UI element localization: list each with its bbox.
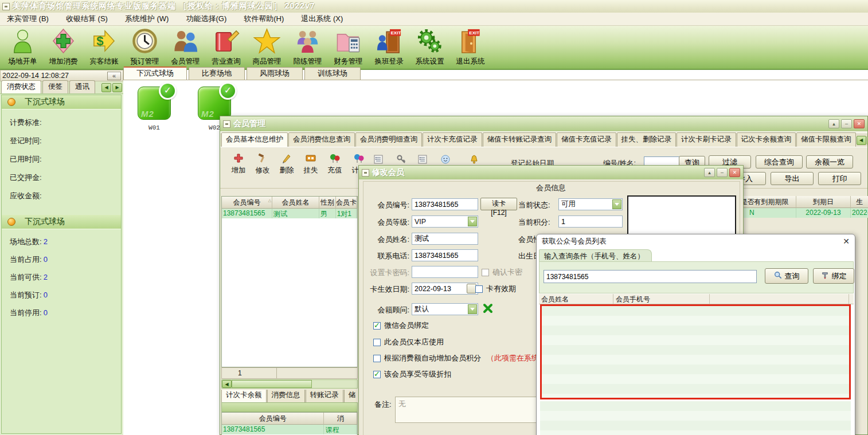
sidebar-tabs-left-icon[interactable]: ◀	[101, 83, 111, 92]
chevron-down-icon[interactable]	[468, 217, 477, 226]
close-icon[interactable]: ✕	[729, 168, 740, 177]
card-password-input[interactable]	[412, 266, 478, 278]
toolbar-shift-login-button[interactable]: EXIT 换班登录	[369, 26, 409, 69]
key-icon[interactable]	[396, 154, 406, 164]
advisor-dropdown[interactable]: 默认	[412, 303, 478, 315]
sidebar-tabs-right-icon[interactable]: ▶	[112, 83, 122, 92]
subtab-count-card-balance[interactable]: 计次卡余额	[221, 390, 267, 402]
list-icon[interactable]	[373, 154, 384, 164]
menu-maintenance[interactable]: 系统维护 (W)	[125, 14, 169, 24]
col-member-no[interactable]: 会员编号	[222, 197, 272, 209]
count-card-balance-table[interactable]: 会员编号 消 13873481565 课程	[221, 412, 358, 435]
auto-points-checkbox[interactable]: 根据消费额自动增加会员积分 （此项需在系统设置	[373, 353, 554, 363]
sidebar-tab-notes[interactable]: 便签	[42, 80, 68, 93]
checkbox-icon[interactable]	[373, 355, 381, 362]
toolbar-system-settings-button[interactable]: 系统设置	[409, 26, 450, 69]
menu-exit[interactable]: 退出系统 (X)	[301, 14, 343, 24]
name-input[interactable]	[412, 233, 478, 245]
minimize-icon[interactable]: ▴	[828, 119, 839, 128]
phone-input[interactable]	[412, 249, 478, 261]
member-window-titlebar[interactable]: 会员管理 ▴ – ✕	[220, 116, 867, 131]
tab-member-consume-query[interactable]: 会员消费信息查询	[288, 132, 355, 147]
col-member-no[interactable]: 会员编号	[222, 413, 324, 425]
checkbox-icon[interactable]	[482, 269, 489, 276]
checkbox-icon[interactable]	[475, 285, 483, 293]
toolbar-venue-open-order-button[interactable]: 场地开单	[2, 26, 43, 69]
restore-icon[interactable]: –	[717, 168, 728, 177]
toolbar-booking-button[interactable]: 预订管理	[124, 26, 165, 69]
status-dropdown[interactable]: 可用	[558, 198, 623, 210]
confirm-password-checkbox[interactable]: 确认卡密	[482, 267, 522, 277]
wechat-bind-checkbox[interactable]: 微信会员绑定	[373, 320, 429, 331]
subtab-consume-info[interactable]: 消费信息	[267, 390, 305, 402]
checkbox-checked-icon[interactable]	[373, 322, 381, 330]
tab-scroll-left-icon[interactable]: ◀	[857, 136, 866, 145]
level-discount-checkbox[interactable]: 该会员享受等级折扣	[373, 369, 451, 379]
scroll-left-icon[interactable]: ◀	[222, 380, 232, 388]
horizontal-scrollbar[interactable]: ◀	[221, 379, 358, 389]
tab-count-card-swipe[interactable]: 计次卡刷卡记录	[677, 132, 736, 147]
col-consume[interactable]: 消	[324, 413, 357, 425]
venue-tab-sunken-court[interactable]: 下沉式球场	[123, 66, 187, 80]
scrollbar-thumb[interactable]	[232, 380, 312, 388]
balance-row[interactable]: 13873481565 课程	[222, 425, 357, 434]
menu-cashier[interactable]: 收银结算 (S)	[66, 14, 108, 24]
close-icon[interactable]: ✕	[843, 237, 850, 245]
tab-stored-card-recharge[interactable]: 储值卡充值记录	[557, 132, 616, 147]
wechat-query-button[interactable]: 查询	[765, 268, 808, 284]
tab-count-card-recharge[interactable]: 计次卡充值记录	[423, 132, 482, 147]
subtab-transfer-records[interactable]: 转账记录	[306, 390, 343, 402]
menu-help[interactable]: 软件帮助(H)	[244, 14, 284, 24]
balance-list-button[interactable]: 余额一览	[806, 155, 853, 168]
member-row-selected[interactable]: 13873481565 测试 男 1对1	[222, 209, 357, 218]
bell-icon[interactable]	[469, 154, 479, 164]
toolbar-guest-checkout-button[interactable]: $ 宾客结账	[84, 26, 124, 69]
wechat-search-input[interactable]	[544, 270, 757, 283]
list-icon[interactable]	[417, 154, 428, 164]
delete-member-button[interactable]: 删除	[274, 152, 299, 175]
tab-stored-card-limit[interactable]: 储值卡限额查询	[796, 132, 856, 147]
col-expiry-date[interactable]: 到期日	[796, 196, 851, 208]
restore-icon[interactable]: –	[841, 119, 852, 128]
chevron-down-icon[interactable]	[612, 199, 621, 209]
toolbar-member-mgmt-button[interactable]: 会员管理	[165, 26, 206, 69]
tab-stored-card-transfer[interactable]: 储值卡转账记录查询	[483, 132, 557, 147]
toolbar-exit-system-button[interactable]: EXIT 退出系统	[450, 26, 491, 69]
chevron-down-icon[interactable]	[468, 304, 477, 314]
tab-loss-delete-records[interactable]: 挂失、删除记录	[617, 132, 677, 147]
venue-tab-competition[interactable]: 比赛场地	[189, 67, 245, 80]
col-gender[interactable]: 性别	[319, 197, 336, 209]
wechat-dialog-titlebar[interactable]: 获取公众号会员列表 ✕	[537, 234, 855, 248]
toolbar-trainer-mgmt-button[interactable]: 陪练管理	[287, 26, 328, 69]
toolbar-product-mgmt-button[interactable]: 商品管理	[247, 26, 287, 69]
menu-guest[interactable]: 来宾管理 (B)	[7, 14, 49, 24]
member-row-selected[interactable]: N 2022-09-13 2022-	[733, 208, 868, 218]
member-list-table[interactable]: 会员编号 会员姓名 性别 会员卡 13873481565 测试 男 1对1	[221, 196, 358, 367]
card-validity-checkbox[interactable]: 卡有效期	[475, 284, 516, 294]
recharge-button[interactable]: 充值	[322, 152, 347, 175]
sidebar-collapse-button[interactable]: «	[107, 72, 121, 80]
col-member-phone[interactable]: 会员手机号	[613, 294, 710, 304]
modify-member-button[interactable]: 修改	[250, 152, 275, 175]
store-only-checkbox[interactable]: 此会员仅本店使用	[373, 337, 444, 347]
edit-dialog-titlebar[interactable]: 修改会员 ▴ – ✕	[359, 166, 743, 179]
points-input[interactable]	[558, 215, 623, 228]
report-loss-button[interactable]: 挂失	[298, 152, 323, 175]
section-header-court-status[interactable]: 下沉式球场	[2, 95, 121, 109]
wechat-bind-button[interactable]: 绑定	[813, 268, 854, 284]
tab-member-basic-info[interactable]: 会员基本信息维护	[221, 132, 288, 147]
menu-functions[interactable]: 功能选择(G)	[186, 14, 226, 24]
clear-advisor-icon[interactable]	[483, 303, 493, 313]
col-member-card[interactable]: 会员卡	[336, 197, 357, 209]
col-member-name[interactable]: 会员姓名	[539, 294, 613, 304]
col-effective[interactable]: 生	[851, 196, 868, 208]
venue-tab-training[interactable]: 训练球场	[304, 67, 361, 80]
minimize-icon[interactable]: ▴	[704, 168, 715, 177]
level-dropdown[interactable]: VIP	[412, 215, 478, 228]
combo-query-button[interactable]: 综合查询	[756, 155, 803, 168]
subtab-stored[interactable]: 储	[344, 390, 358, 402]
col-member-name[interactable]: 会员姓名	[272, 197, 319, 209]
sidebar-tab-consume-status[interactable]: 消费状态	[1, 80, 41, 93]
export-button[interactable]: 导出	[771, 172, 814, 185]
checkbox-icon[interactable]	[373, 339, 381, 346]
